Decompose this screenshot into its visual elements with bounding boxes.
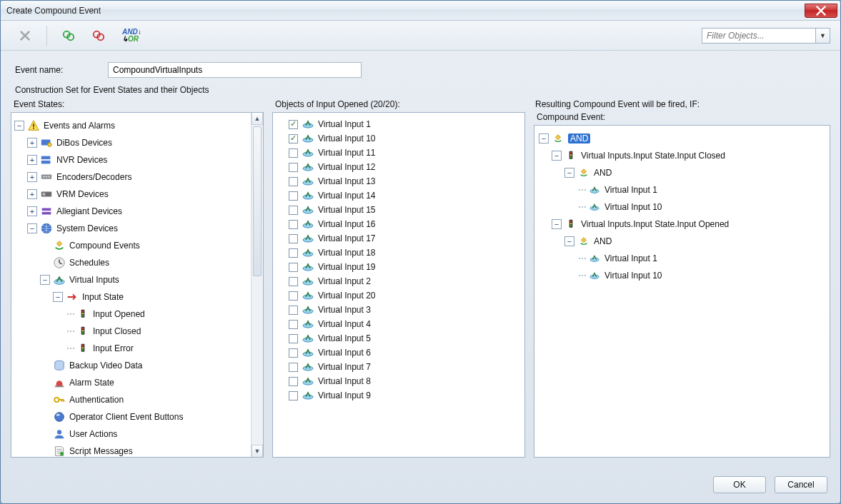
checkbox[interactable] — [289, 277, 298, 286]
tree-row[interactable]: Virtual Inputs — [14, 271, 250, 288]
list-item[interactable]: Virtual Input 6 — [276, 346, 522, 360]
checkbox[interactable] — [289, 163, 298, 172]
close-button[interactable] — [805, 4, 837, 18]
tree-row[interactable]: ⋯Input Error — [14, 340, 250, 357]
and-or-button[interactable]: AND↓ ↳OR — [119, 26, 145, 46]
tree-row[interactable]: VRM Devices — [14, 186, 250, 203]
checkbox[interactable] — [289, 148, 298, 158]
list-item[interactable]: Virtual Input 7 — [276, 360, 522, 374]
tree-row[interactable]: Encoders/Decoders — [14, 168, 250, 186]
checkbox[interactable] — [289, 320, 298, 329]
tree-row[interactable]: Virtual Inputs.Input State.Input Opened — [539, 216, 825, 233]
expander-icon[interactable] — [564, 168, 574, 178]
cancel-button[interactable]: Cancel — [775, 476, 827, 493]
tree-row[interactable]: Schedules — [14, 254, 250, 271]
alarm-icon — [52, 376, 66, 390]
ok-button[interactable]: OK — [713, 476, 766, 493]
tree-row[interactable]: Allegiant Devices — [14, 203, 250, 220]
filter-objects-input[interactable] — [702, 29, 819, 42]
expander-icon[interactable] — [27, 223, 37, 233]
list-item[interactable]: Virtual Input 10 — [276, 131, 522, 146]
list-item[interactable]: Virtual Input 3 — [276, 303, 522, 317]
tree-row[interactable]: NVR Devices — [14, 151, 250, 168]
checkbox[interactable] — [289, 191, 298, 201]
expander-icon[interactable] — [552, 219, 562, 229]
list-item[interactable]: Virtual Input 12 — [276, 160, 522, 174]
checkbox[interactable] — [289, 263, 298, 272]
event-name-input[interactable] — [108, 62, 362, 78]
tree-row[interactable]: System Devices — [14, 220, 250, 237]
list-item[interactable]: Virtual Input 9 — [276, 388, 522, 403]
list-item[interactable]: Virtual Input 19 — [276, 260, 522, 274]
list-item[interactable]: Virtual Input 1 — [276, 117, 522, 131]
checkbox[interactable] — [289, 120, 298, 129]
checkbox[interactable] — [289, 177, 298, 186]
traffic-light-icon — [76, 307, 90, 321]
list-item[interactable]: Virtual Input 16 — [276, 217, 522, 231]
tree-connector: ⋯ — [66, 309, 76, 319]
tree-row[interactable]: AND — [539, 130, 825, 147]
checkbox[interactable] — [289, 391, 298, 400]
tree-row[interactable]: ⋯Virtual Input 10 — [539, 198, 825, 216]
add-green-button[interactable] — [59, 26, 79, 46]
expander-icon[interactable] — [552, 151, 562, 161]
delete-button[interactable] — [15, 26, 35, 46]
tree-row[interactable]: Virtual Inputs.Input State.Input Closed — [539, 147, 825, 164]
checkbox[interactable] — [289, 363, 298, 372]
tree-row[interactable]: Operator Client Event Buttons — [14, 408, 250, 425]
tree-row[interactable]: Alarm State — [14, 374, 250, 391]
expander-icon[interactable] — [27, 206, 37, 216]
checkbox[interactable] — [289, 334, 298, 343]
checkbox[interactable] — [289, 348, 298, 358]
tree-row[interactable]: User Actions — [14, 425, 250, 443]
list-item[interactable]: Virtual Input 14 — [276, 188, 522, 203]
tree-row[interactable]: Script Messages — [14, 443, 250, 458]
scrollbar[interactable]: ▲ ▼ — [251, 113, 263, 457]
checkbox[interactable] — [289, 206, 298, 215]
scroll-thumb[interactable] — [253, 126, 262, 276]
filter-dropdown[interactable]: ▼ — [816, 28, 830, 44]
checkbox[interactable] — [289, 291, 298, 301]
tree-row[interactable]: DiBos Devices — [14, 134, 250, 151]
checkbox[interactable] — [289, 220, 298, 229]
list-item[interactable]: Virtual Input 8 — [276, 374, 522, 388]
tree-row[interactable]: Authentication — [14, 391, 250, 408]
tree-row[interactable]: ⋯Input Closed — [14, 323, 250, 340]
checkbox[interactable] — [289, 234, 298, 243]
expander-icon[interactable] — [40, 275, 50, 285]
list-item[interactable]: Virtual Input 11 — [276, 146, 522, 160]
expander-icon[interactable] — [53, 292, 63, 302]
scroll-up-icon[interactable]: ▲ — [252, 113, 263, 125]
tree-row[interactable]: Input State — [14, 288, 250, 306]
expander-icon[interactable] — [27, 172, 37, 182]
list-item[interactable]: Virtual Input 2 — [276, 274, 522, 288]
expander-icon[interactable] — [27, 189, 37, 199]
list-item[interactable]: Virtual Input 17 — [276, 231, 522, 246]
list-item[interactable]: Virtual Input 18 — [276, 246, 522, 260]
tree-row[interactable]: ⋯Virtual Input 10 — [539, 267, 825, 284]
tree-row[interactable]: ⋯Virtual Input 1 — [539, 250, 825, 267]
expander-icon[interactable] — [539, 133, 549, 143]
checkbox[interactable] — [289, 134, 298, 143]
tree-row[interactable]: Backup Video Data — [14, 357, 250, 374]
list-item[interactable]: Virtual Input 4 — [276, 317, 522, 331]
tree-row[interactable]: Compound Events — [14, 237, 250, 254]
expander-icon[interactable] — [14, 121, 24, 131]
list-item[interactable]: Virtual Input 20 — [276, 288, 522, 303]
tree-row[interactable]: ⋯Virtual Input 1 — [539, 181, 825, 198]
tree-row[interactable]: AND — [539, 233, 825, 250]
tree-row[interactable]: ⋯Input Opened — [14, 306, 250, 323]
expander-icon[interactable] — [564, 236, 574, 246]
add-red-button[interactable] — [89, 26, 109, 46]
checkbox[interactable] — [289, 377, 298, 386]
checkbox[interactable] — [289, 306, 298, 315]
tree-row[interactable]: Events and Alarms — [14, 117, 250, 134]
checkbox[interactable] — [289, 248, 298, 258]
list-item[interactable]: Virtual Input 5 — [276, 331, 522, 346]
tree-row[interactable]: AND — [539, 164, 825, 181]
expander-icon[interactable] — [27, 155, 37, 165]
list-item[interactable]: Virtual Input 15 — [276, 203, 522, 217]
list-item[interactable]: Virtual Input 13 — [276, 174, 522, 188]
scroll-down-icon[interactable]: ▼ — [252, 445, 263, 457]
expander-icon[interactable] — [27, 138, 37, 148]
